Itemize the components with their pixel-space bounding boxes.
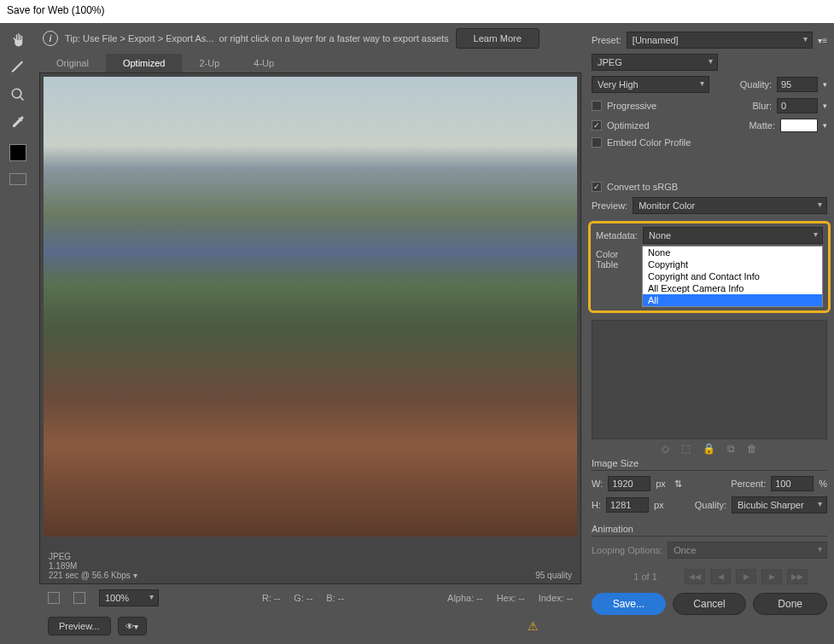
hand-tool[interactable] [8, 30, 28, 50]
play-button: ▶ [736, 569, 756, 584]
metadata-select[interactable]: None [643, 227, 823, 244]
link-icon[interactable]: ⇅ [674, 479, 682, 490]
color-table-label: Color Table [596, 246, 637, 270]
left-toolbar [0, 23, 36, 644]
ct-icon-1[interactable]: ◇ [662, 443, 669, 455]
readout-hex: Hex: -- [497, 593, 525, 603]
info-format: JPEG [49, 552, 137, 561]
width-label: W: [592, 479, 603, 489]
blur-input[interactable] [777, 98, 818, 113]
blur-label: Blur: [752, 101, 772, 111]
ct-icon-4[interactable]: ⧉ [727, 443, 735, 455]
preset-label: Preset: [592, 35, 621, 45]
trash-icon[interactable]: 🗑 [747, 443, 757, 455]
width-input[interactable] [608, 476, 650, 491]
animation-header: Animation [592, 524, 827, 537]
info-size: 1.189M [49, 561, 137, 571]
readout-index: Index: -- [539, 593, 573, 603]
optimized-checkbox[interactable] [592, 120, 602, 131]
percent-input[interactable] [771, 476, 814, 491]
metadata-label: Metadata: [596, 230, 638, 241]
minus-icon[interactable] [48, 592, 60, 604]
convert-srgb-checkbox[interactable] [592, 182, 602, 192]
metadata-option-contact[interactable]: Copyright and Contact Info [643, 270, 822, 282]
progressive-label: Progressive [607, 101, 656, 111]
resample-label: Quality: [695, 500, 726, 510]
eyedropper-color[interactable] [9, 144, 26, 161]
eyedropper-tool[interactable] [8, 112, 28, 132]
zoom-select[interactable]: 100% [99, 589, 159, 606]
metadata-highlight: Metadata: None Color Table None Copyrigh… [588, 221, 831, 313]
preview-tabs: Original Optimized 2-Up 4-Up [39, 54, 581, 73]
resample-select[interactable]: Bicubic Sharper [732, 496, 827, 513]
optimized-label: Optimized [607, 120, 650, 131]
looping-select: Once [668, 542, 827, 559]
readout-g: G: -- [294, 593, 312, 603]
lock-icon[interactable]: 🔒 [703, 443, 715, 455]
plus-icon[interactable] [73, 592, 85, 604]
metadata-option-copyright[interactable]: Copyright [643, 258, 822, 270]
image-size-header: Image Size [592, 458, 827, 471]
height-label: H: [592, 500, 601, 510]
matte-label: Matte: [749, 120, 775, 131]
looping-label: Looping Options: [592, 545, 662, 555]
readout-r: R: -- [262, 593, 280, 603]
tab-original[interactable]: Original [39, 54, 106, 73]
px-label: px [656, 479, 666, 489]
chevron-down-icon[interactable]: ▾ [133, 571, 137, 580]
learn-more-button[interactable]: Learn More [456, 28, 539, 49]
cancel-button[interactable]: Cancel [673, 593, 747, 615]
ct-icon-2[interactable]: ⬚ [681, 443, 691, 455]
preview-select[interactable]: Monitor Color [633, 197, 827, 214]
quality-input[interactable] [777, 77, 818, 92]
metadata-dropdown-list: None Copyright Copyright and Contact Inf… [642, 246, 823, 307]
done-button[interactable]: Done [753, 593, 827, 615]
tab-4up[interactable]: 4-Up [236, 54, 291, 73]
preview-label: Preview: [592, 200, 627, 211]
last-frame-button: ▶▶ [787, 569, 808, 584]
px-label-2: px [654, 500, 664, 510]
panel-menu-icon[interactable]: ▾≡ [818, 36, 827, 45]
zoom-tool[interactable] [8, 84, 28, 105]
readout-alpha: Alpha: -- [447, 593, 483, 603]
embed-profile-checkbox[interactable] [592, 137, 602, 148]
height-input[interactable] [606, 497, 649, 513]
browser-preview-button[interactable]: 👁▾ [118, 617, 147, 635]
convert-srgb-label: Convert to sRGB [607, 182, 678, 192]
next-frame-button: ▶ [761, 569, 782, 584]
readout-b: B: -- [326, 593, 344, 603]
tip-bar: i Tip: Use File > Export > Export As... … [39, 23, 581, 54]
preview-button[interactable]: Preview... [48, 617, 111, 635]
image-preview [44, 77, 577, 537]
settings-panel: Preset: [Unnamed] ▾≡ JPEG Very High Qual… [585, 23, 834, 644]
tab-2up[interactable]: 2-Up [182, 54, 236, 73]
first-frame-button: ◀◀ [685, 569, 705, 584]
matte-color[interactable] [780, 119, 818, 132]
chevron-down-icon[interactable]: ▾ [823, 121, 827, 130]
quality-preset-select[interactable]: Very High [592, 76, 709, 93]
chevron-down-icon[interactable]: ▾ [823, 80, 827, 89]
progressive-checkbox[interactable] [592, 101, 602, 111]
info-icon: i [43, 31, 58, 46]
chevron-down-icon[interactable]: ▾ [823, 102, 827, 110]
format-select[interactable]: JPEG [592, 54, 718, 71]
quality-label: Quality: [740, 79, 772, 90]
tip-label: Tip: [65, 33, 80, 44]
info-quality: 95 quality [535, 571, 572, 580]
metadata-option-none[interactable]: None [643, 247, 822, 258]
metadata-option-except-camera[interactable]: All Except Camera Info [643, 282, 822, 294]
window-title: Save for Web (100%) [0, 0, 834, 23]
preset-select[interactable]: [Unnamed] [627, 32, 813, 49]
save-button[interactable]: Save... [592, 593, 666, 615]
metadata-option-all[interactable]: All [643, 294, 822, 306]
tip-text-1: Use File > Export > Export As... [83, 33, 213, 44]
warning-icon: ⚠ [528, 619, 539, 633]
pct-label: % [819, 479, 827, 489]
info-time: 221 sec @ 56.6 Kbps [49, 571, 131, 580]
tip-text-2: or right click on a layer for a faster w… [219, 33, 449, 44]
image-preview-area[interactable]: JPEG 1.189M 221 sec @ 56.6 Kbps ▾ 95 qua… [39, 73, 581, 584]
slice-tool[interactable] [8, 57, 28, 78]
slice-visibility-icon[interactable] [9, 173, 26, 185]
tab-optimized[interactable]: Optimized [106, 54, 183, 73]
page-indicator: 1 of 1 [611, 571, 679, 582]
